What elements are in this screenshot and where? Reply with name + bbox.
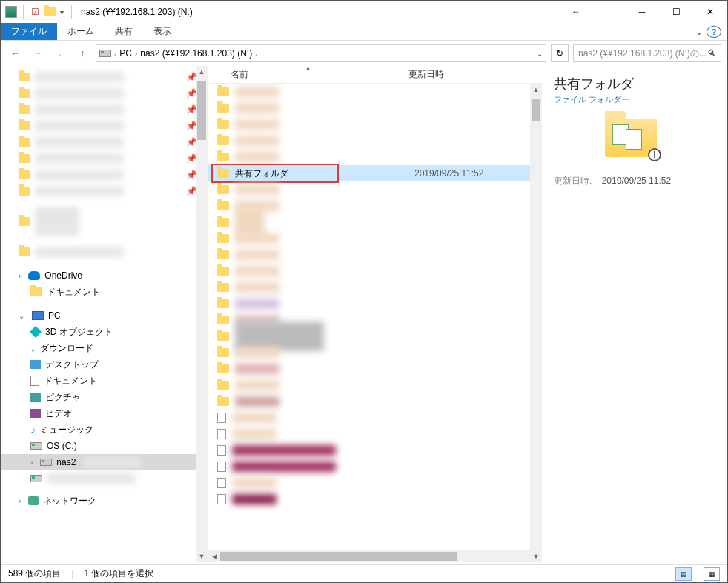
file-row[interactable] [208, 116, 542, 133]
nav-documents[interactable]: ドキュメント [1, 373, 208, 389]
folder-icon[interactable] [44, 7, 56, 16]
back-button[interactable]: ← [7, 44, 24, 62]
nav-scrollbar[interactable]: ▲ ▼ [196, 66, 208, 562]
nav-network[interactable]: ›ネットワーク [1, 493, 208, 509]
ribbon-expand-icon[interactable]: ⌄ [692, 23, 707, 40]
file-row[interactable] [208, 377, 542, 393]
navigation-bar: ← → ⌄ ↑ › PC › nas2 (¥¥192.168.1.203) (N… [1, 41, 727, 66]
tab-view[interactable]: 表示 [143, 23, 182, 40]
file-row[interactable] [208, 410, 542, 426]
nav-quickaccess-item[interactable]: 📌 [1, 167, 208, 183]
nav-quickaccess-item[interactable]: 📌 [1, 118, 208, 134]
nav-quickaccess-item[interactable]: 📌 [1, 85, 208, 101]
column-header-date[interactable]: 更新日時 [408, 68, 497, 81]
file-row[interactable] [208, 491, 542, 507]
nav-quickaccess-item[interactable]: 📌 [1, 134, 208, 150]
address-dropdown-icon[interactable]: ⌄ [537, 50, 543, 58]
search-input[interactable]: nas2 (¥¥192.168.1.203) (N:)の... 🔍︎ [573, 44, 721, 62]
search-icon[interactable]: 🔍︎ [707, 48, 716, 59]
minimize-button[interactable]: ─ [625, 1, 659, 23]
forward-button[interactable]: → [29, 44, 47, 62]
maximize-button[interactable]: ☐ [659, 1, 693, 23]
scroll-down-icon[interactable]: ▼ [530, 550, 542, 562]
file-row[interactable] [208, 296, 542, 312]
nav-quickaccess-item[interactable] [1, 244, 208, 260]
recent-dropdown-icon[interactable]: ⌄ [51, 44, 69, 62]
help-icon[interactable]: ? [707, 26, 721, 38]
checkbox-icon[interactable]: ☑ [31, 7, 39, 17]
nav-pc[interactable]: ⌄PC [1, 307, 208, 324]
horizontal-scrollbar[interactable]: ◀ ▶ [208, 550, 542, 562]
breadcrumb-pc[interactable]: PC [119, 48, 132, 59]
nav-music[interactable]: ♪ミュージック [1, 422, 208, 438]
scrollbar-thumb[interactable] [197, 81, 206, 140]
chevron-down-icon[interactable]: ⌄ [19, 312, 24, 320]
chevron-right-icon[interactable]: › [19, 272, 21, 280]
chevron-right-icon[interactable]: › [19, 497, 21, 505]
nav-pictures[interactable]: ピクチャ [1, 389, 208, 405]
column-header-name[interactable]: 名前 [231, 68, 408, 81]
file-row[interactable] [208, 181, 542, 198]
qat-dropdown-icon[interactable]: ▾ [60, 8, 64, 16]
nav-onedrive-documents[interactable]: ドキュメント [1, 284, 208, 300]
file-row[interactable] [208, 133, 542, 149]
view-large-button[interactable]: ▦ [704, 567, 720, 581]
file-row[interactable] [208, 475, 542, 491]
file-row[interactable] [208, 230, 542, 247]
chevron-right-icon[interactable]: › [114, 50, 116, 58]
nav-onedrive[interactable]: ›OneDrive [1, 267, 208, 284]
file-icon [217, 413, 226, 423]
scroll-left-icon[interactable]: ◀ [208, 553, 220, 560]
file-row[interactable] [208, 149, 542, 165]
tab-share[interactable]: 共有 [105, 23, 143, 40]
file-row[interactable] [208, 459, 542, 475]
scroll-up-icon[interactable]: ▲ [530, 84, 542, 96]
file-row[interactable] [208, 100, 542, 116]
scroll-down-icon[interactable]: ▼ [196, 550, 208, 562]
scrollbar-thumb[interactable] [532, 99, 540, 121]
nav-desktop[interactable]: デスクトップ [1, 356, 208, 373]
file-row[interactable] [208, 214, 542, 230]
view-details-button[interactable]: ▤ [675, 567, 692, 581]
tab-home[interactable]: ホーム [57, 23, 105, 40]
chevron-right-icon[interactable]: › [135, 50, 137, 58]
scroll-up-icon[interactable]: ▲ [196, 66, 208, 78]
nav-quickaccess-item[interactable]: 📌 [1, 183, 208, 199]
nav-quickaccess-item[interactable]: 📌 [1, 101, 208, 118]
nav-quickaccess-item[interactable]: 📌 [1, 150, 208, 167]
filelist-scrollbar[interactable]: ▲ ▼ [530, 84, 542, 562]
nav-quickaccess-item[interactable]: 📌 [1, 69, 208, 85]
chevron-right-icon[interactable]: › [255, 50, 257, 58]
nav-label: ミュージック [40, 424, 93, 436]
breadcrumb-location[interactable]: nas2 (¥¥192.168.1.203) (N:) [140, 48, 252, 59]
address-bar[interactable]: › PC › nas2 (¥¥192.168.1.203) (N:) › ⌄ [96, 44, 546, 62]
nav-quickaccess-item[interactable] [1, 199, 208, 244]
scrollbar-thumb[interactable] [220, 552, 457, 561]
file-row-selected[interactable]: 共有フォルダ 2019/09/25 11:52 [208, 165, 542, 181]
nav-videos[interactable]: ビデオ [1, 405, 208, 422]
nav-label: OneDrive [44, 270, 82, 281]
nav-nas2[interactable]: ›nas2 [1, 454, 208, 470]
close-button[interactable]: ✕ [693, 1, 727, 23]
folder-icon [19, 89, 30, 98]
file-row[interactable] [208, 344, 542, 361]
file-row[interactable] [208, 263, 542, 279]
refresh-button[interactable]: ↻ [551, 44, 569, 62]
folder-icon [217, 283, 229, 292]
file-row[interactable] [208, 361, 542, 377]
file-row[interactable] [208, 393, 542, 410]
nav-item-redacted[interactable] [1, 470, 208, 487]
download-icon: ↓ [30, 342, 36, 354]
up-button[interactable]: ↑ [73, 44, 91, 62]
file-row[interactable] [208, 84, 542, 100]
file-row[interactable] [208, 247, 542, 263]
chevron-right-icon[interactable]: › [30, 459, 33, 467]
nav-downloads[interactable]: ↓ダウンロード [1, 340, 208, 356]
nav-3d-objects[interactable]: 3D オブジェクト [1, 324, 208, 340]
file-row[interactable] [208, 442, 542, 459]
file-row[interactable] [208, 426, 542, 442]
file-row[interactable] [208, 328, 542, 344]
file-row[interactable] [208, 279, 542, 296]
nav-os-drive[interactable]: OS (C:) [1, 438, 208, 454]
tab-file[interactable]: ファイル [1, 23, 57, 40]
